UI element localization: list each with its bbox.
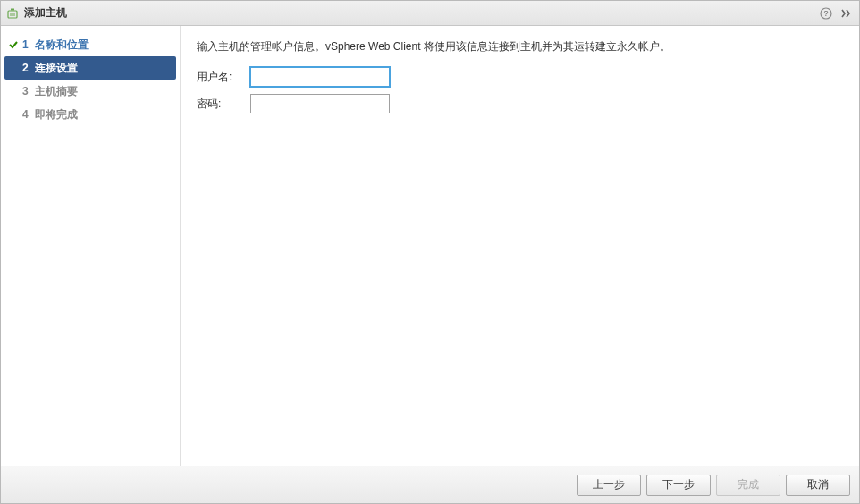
instruction-text: 输入主机的管理帐户信息。vSphere Web Client 将使用该信息连接到… [197, 38, 843, 55]
password-row: 密码: [197, 94, 843, 113]
back-button[interactable]: 上一步 [577, 475, 641, 496]
svg-rect-3 [11, 8, 14, 10]
username-row: 用户名: [197, 67, 843, 87]
step-host-summary: 3 主机摘要 [1, 80, 180, 103]
wizard-body: 1 名称和位置 2 连接设置 3 主机摘要 4 即将完成 输入主机的管理帐户信息… [1, 26, 859, 466]
check-icon [8, 39, 22, 50]
password-label: 密码: [197, 97, 250, 112]
svg-rect-0 [8, 11, 17, 18]
step-number: 4 [22, 108, 35, 121]
next-button[interactable]: 下一步 [646, 475, 711, 496]
content-panel: 输入主机的管理帐户信息。vSphere Web Client 将使用该信息连接到… [180, 26, 859, 466]
svg-text:?: ? [823, 9, 828, 18]
step-number: 3 [22, 85, 35, 97]
step-ready-complete: 4 即将完成 [1, 103, 180, 126]
host-icon [6, 7, 19, 20]
username-input[interactable] [250, 67, 390, 87]
add-host-wizard: 添加主机 ? 1 名称和位置 [0, 0, 860, 504]
step-number: 1 [22, 38, 35, 51]
step-label: 名称和位置 [35, 38, 89, 53]
step-label: 主机摘要 [35, 84, 78, 99]
step-name-location[interactable]: 1 名称和位置 [1, 33, 180, 56]
password-input[interactable] [250, 94, 390, 113]
help-icon[interactable]: ? [818, 5, 834, 21]
dialog-title: 添加主机 [24, 5, 814, 21]
step-connection-settings: 2 连接设置 [4, 56, 176, 80]
finish-button[interactable]: 完成 [716, 475, 780, 496]
step-label: 连接设置 [35, 61, 78, 76]
cancel-button[interactable]: 取消 [786, 475, 850, 496]
username-label: 用户名: [197, 70, 250, 85]
button-bar: 上一步 下一步 完成 取消 [1, 466, 859, 503]
titlebar: 添加主机 ? [1, 1, 859, 26]
collapse-icon[interactable] [838, 5, 854, 21]
step-number: 2 [22, 62, 35, 74]
step-label: 即将完成 [35, 107, 78, 122]
steps-sidebar: 1 名称和位置 2 连接设置 3 主机摘要 4 即将完成 [1, 26, 180, 466]
